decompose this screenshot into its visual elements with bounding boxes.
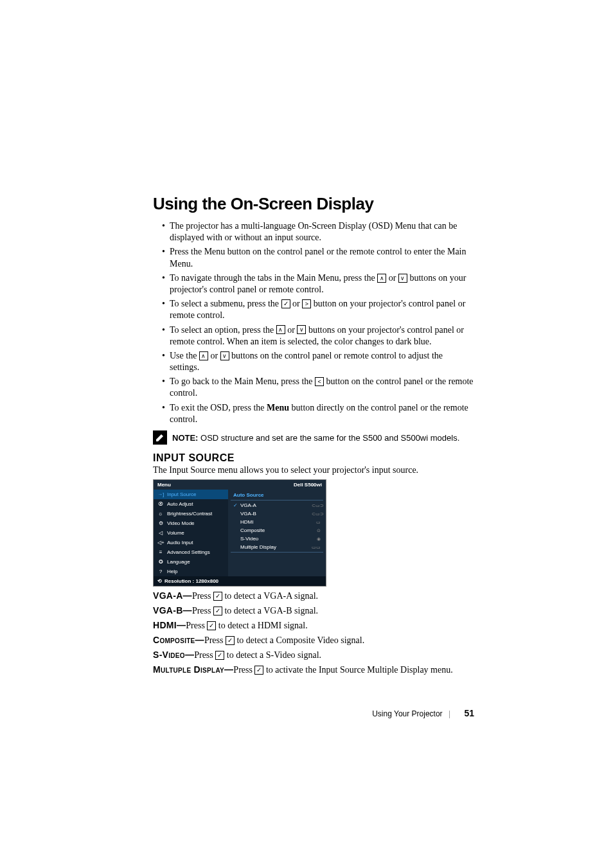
section-heading: INPUT SOURCE [153,452,474,464]
osd-right-item: Composite⊙ [231,526,323,535]
description-line: HDMI—Press to detect a HDMI signal. [153,620,474,631]
check-icon [281,299,290,308]
osd-footer: ⟲ Resolution : 1280x800 [154,576,326,586]
osd-right-item-label: HDMI [238,519,312,525]
port-icon: ⊙ [312,528,321,533]
down-arrow-icon [297,325,306,334]
osd-left-item-label: Advanced Settings [167,549,210,555]
osd-left-item: ⦿Auto Adjust [154,499,228,509]
osd-left-item-icon: ☼ [157,511,164,517]
description-label: HDMI— [153,620,186,630]
bullet-text-bold: Menu [267,403,289,412]
osd-right-item-label: Multiple Display [238,544,312,550]
osd-left-item-icon: ? [157,569,164,574]
osd-left-item-label: Help [167,569,177,574]
port-icon: ◉ [312,536,321,542]
osd-left-item-label: Language [167,559,190,565]
description-post: to detect a S-Video signal. [224,650,321,660]
description-pre: Press [204,635,226,645]
check-icon [207,621,216,630]
description-label: Composite— [153,635,204,645]
osd-separator [231,552,323,553]
osd-right-item-label: S-Video [238,536,312,542]
osd-right-item: ✓VGA-A⊂▭⊃ [231,501,323,509]
osd-footer-icon: ⟲ [157,578,162,584]
osd-left-item: ◁+Audio Input [154,538,228,547]
page-title: Using the On-Screen Display [153,194,474,214]
bullet-text: or [290,299,303,308]
osd-left-item-label: Brightness/Contrast [167,511,212,517]
page-footer: Using Your Projector | 51 [153,708,474,718]
osd-right-item: S-Video◉ [231,535,323,543]
bullet-item: Use the or buttons on the control panel … [162,350,474,373]
down-arrow-icon [398,274,407,283]
description-pre: Press [186,621,207,630]
bullet-text: To select an option, press the [170,325,276,335]
osd-right-item: VGA-B⊂▭⊃ [231,509,323,518]
osd-left-item-label: Input Source [167,492,196,497]
osd-left-item-label: Audio Input [167,540,193,545]
osd-header: Menu Dell S500wi [154,480,326,490]
port-icon: ▭▭ [312,545,321,550]
bullet-text: Press the Menu button on the control pan… [170,247,466,268]
bullet-item: Press the Menu button on the control pan… [162,246,474,269]
bullet-text: To go back to the Main Menu, press the [170,376,315,386]
bullet-text: or [386,273,398,283]
osd-header-right: Dell S500wi [294,482,322,488]
bullet-item: The projector has a multi-language On-Sc… [162,220,474,244]
check-icon: ✓ [233,502,238,508]
osd-header-left: Menu [157,482,171,488]
bullet-list: The projector has a multi-language On-Sc… [162,220,474,425]
osd-left-menu: →]Input Source ⦿Auto Adjust ☼Brightness/… [154,490,228,576]
osd-screenshot: Menu Dell S500wi →]Input Source ⦿Auto Ad… [153,479,326,587]
description-post: to activate the Input Source Multiple Di… [263,665,452,675]
up-arrow-icon [276,325,285,334]
description-label: VGA-B— [153,605,192,616]
note-text: NOTE: OSD structure and set are the same… [172,433,459,443]
osd-left-item: ⚙Video Mode [154,518,228,528]
description-label: S-Video— [153,650,194,660]
osd-left-item-icon: ◁ [157,530,164,536]
osd-left-item-icon: ◁+ [157,540,164,545]
description-line: VGA-B—Press to detect a VGA-B signal. [153,605,474,616]
description-post: to detect a VGA-B signal. [222,606,318,616]
right-arrow-icon [302,299,311,308]
check-icon [215,651,224,660]
osd-right-panel: Auto Source ✓VGA-A⊂▭⊃ VGA-B⊂▭⊃ HDMI▭ Com… [228,490,326,576]
description-line: Multuple Display—Press to activate the I… [153,664,474,675]
osd-left-item-icon: ⚙ [157,520,164,526]
note-label: NOTE: [172,433,198,443]
footer-section: Using Your Projector [372,709,442,718]
description-line: VGA-A—Press to detect a VGA-A signal. [153,590,474,601]
check-icon [254,666,263,675]
port-icon: ⊂▭⊃ [312,511,321,517]
bullet-text: The projector has a multi-language On-Sc… [170,221,457,242]
osd-right-item-label: VGA-B [238,511,312,517]
left-arrow-icon [315,377,324,386]
osd-left-item-label: Volume [167,530,184,536]
osd-left-item: →]Input Source [154,490,228,499]
bullet-text: Use the [170,351,199,360]
check-icon [226,636,235,645]
description-pre: Press [233,665,254,675]
osd-left-item-icon: ✪ [157,559,164,565]
osd-right-item-label: Composite [238,527,312,533]
description-label: VGA-A— [153,590,192,601]
bullet-text: To exit the OSD, press the [170,403,267,412]
bullet-item: To select a submenu, press the or button… [162,298,474,321]
check-icon [213,607,222,616]
bullet-item: To go back to the Main Menu, press the b… [162,376,474,399]
osd-left-item: ◁Volume [154,528,228,538]
osd-left-item-icon: ≡ [157,549,164,555]
osd-left-item: ≡Advanced Settings [154,547,228,557]
description-line: S-Video—Press to detect a S-Video signal… [153,650,474,660]
footer-separator: | [449,709,450,718]
port-icon: ▭ [312,520,321,525]
bullet-item: To exit the OSD, press the Menu button d… [162,402,474,425]
bullet-text: or [285,325,298,335]
osd-left-item: ?Help [154,567,228,576]
note-pencil-icon [153,430,167,445]
osd-separator [231,500,323,500]
description-post: to detect a VGA-A signal. [222,591,318,601]
description-pre: Press [192,606,213,616]
